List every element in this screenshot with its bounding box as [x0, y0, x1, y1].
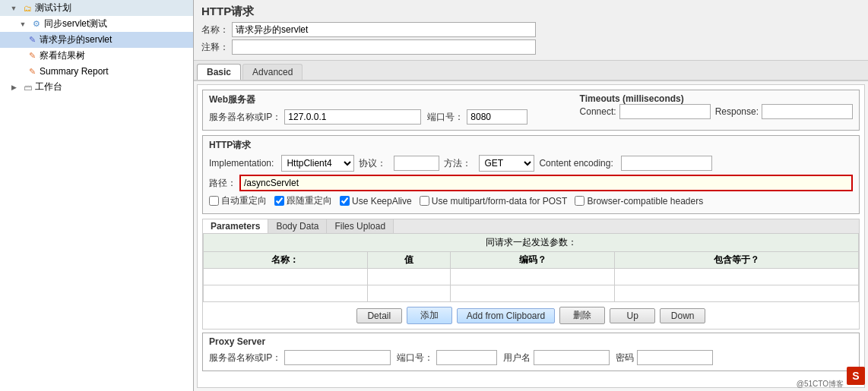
- table-row: [204, 269, 859, 285]
- proxy-title: Proxy Server: [209, 336, 853, 347]
- web-server-section: Web服务器 服务器名称或IP： 端口号： Timeouts (millisec…: [202, 90, 860, 131]
- sidebar-item-workbench[interactable]: ▶ 🗃 工作台: [0, 79, 193, 95]
- inner-tab-files-upload[interactable]: Files Upload: [327, 219, 394, 233]
- params-table-title: 同请求一起发送参数：: [203, 233, 859, 251]
- params-table: 名称： 值 编码？ 包含等于？: [203, 251, 859, 302]
- connect-input[interactable]: [619, 104, 711, 119]
- sidebar-item-servlet-label: 同步servlet测试: [44, 17, 107, 30]
- sidebar-item-results-label: 察看结果树: [40, 49, 85, 62]
- follow-redirect-input[interactable]: [274, 196, 284, 206]
- sidebar-item-results[interactable]: ✎ 察看结果树: [0, 48, 193, 64]
- impl-label: Implementation:: [209, 158, 274, 169]
- keepalive-checkbox[interactable]: Use KeepAlive: [340, 196, 412, 207]
- s-logo: S: [847, 367, 865, 385]
- multipart-input[interactable]: [420, 196, 429, 206]
- http-request-title: HTTP请求: [209, 139, 853, 152]
- action-buttons: Detail 添加 Add from Clipboard 删除 Up Down: [203, 302, 859, 329]
- report-icon: ✎: [26, 65, 38, 77]
- tab-basic[interactable]: Basic: [197, 64, 241, 80]
- multipart-checkbox[interactable]: Use multipart/form-data for POST: [420, 196, 568, 207]
- inner-tab-parameters[interactable]: Parameters: [203, 219, 268, 233]
- port-label: 端口号：: [427, 111, 464, 124]
- browser-compat-label: Browser-compatible headers: [587, 196, 703, 207]
- follow-redirect-checkbox[interactable]: 跟随重定向: [274, 194, 332, 207]
- name-input[interactable]: [232, 22, 536, 37]
- sidebar-item-workbench-label: 工作台: [35, 80, 62, 93]
- add-clipboard-button[interactable]: Add from Clipboard: [457, 308, 555, 323]
- sidebar-item-request-label: 请求异步的servlet: [40, 33, 112, 46]
- main-content: HTTP请求 名称： 注释： Basic Advanced Web服务器: [194, 0, 868, 391]
- request-icon: ✎: [26, 34, 38, 46]
- auto-redirect-label: 自动重定向: [221, 194, 267, 207]
- proxy-row: 服务器名称或IP： 端口号： 用户名 密码: [209, 350, 853, 365]
- proxy-section: Proxy Server 服务器名称或IP： 端口号： 用户名 密码: [202, 333, 860, 371]
- proxy-pass-input[interactable]: [637, 350, 713, 365]
- col-include: 包含等于？: [614, 252, 858, 269]
- col-value: 值: [367, 252, 451, 269]
- response-label: Response:: [715, 106, 759, 117]
- panel-header: HTTP请求 名称： 注释：: [194, 0, 868, 61]
- tab-advanced[interactable]: Advanced: [242, 64, 303, 80]
- path-input[interactable]: [239, 175, 853, 191]
- method-label: 方法：: [444, 157, 471, 170]
- protocol-input[interactable]: [394, 156, 439, 171]
- encoding-label: Content encoding:: [539, 158, 613, 169]
- table-row: [204, 285, 859, 302]
- name-row: 名称：: [201, 22, 860, 37]
- sidebar-item-plan-label: 测试计划: [35, 2, 71, 14]
- expand-icon-2: ▼: [17, 18, 29, 30]
- server-label: 服务器名称或IP：: [209, 111, 281, 124]
- tabs-bar: Basic Advanced: [194, 61, 868, 81]
- sidebar-item-report-label: Summary Report: [40, 66, 109, 77]
- servlet-group-icon: ⚙: [30, 18, 43, 30]
- watermark: @51CTO博客: [797, 379, 844, 389]
- timeouts-title: Timeouts (milliseconds): [580, 93, 850, 104]
- server-input[interactable]: [284, 109, 421, 125]
- sidebar-item-request[interactable]: ✎ 请求异步的servlet: [0, 32, 193, 48]
- proxy-server-input[interactable]: [284, 350, 391, 365]
- impl-select[interactable]: HttpClient4 HttpClient3.1 Java: [281, 155, 354, 172]
- web-server-title: Web服务器: [209, 93, 527, 106]
- sidebar-item-report[interactable]: ✎ Summary Report: [0, 64, 193, 79]
- delete-button[interactable]: 删除: [559, 307, 605, 324]
- follow-redirect-label: 跟随重定向: [287, 194, 332, 207]
- path-row: 路径：: [209, 175, 853, 191]
- params-container: 同请求一起发送参数： 名称： 值 编码？ 包含等于？: [202, 233, 860, 330]
- method-select[interactable]: GET POST PUT DELETE: [479, 155, 534, 172]
- comment-input[interactable]: [232, 39, 536, 55]
- col-encode: 编码？: [451, 252, 615, 269]
- auto-redirect-input[interactable]: [209, 196, 219, 206]
- keepalive-label: Use KeepAlive: [352, 196, 412, 207]
- detail-button[interactable]: Detail: [356, 308, 402, 323]
- checkboxes-row: 自动重定向 跟随重定向 Use KeepAlive Use multipart/…: [209, 194, 853, 207]
- browser-compat-input[interactable]: [575, 196, 584, 206]
- main-wrapper: HTTP请求 名称： 注释： Basic Advanced Web服务器: [194, 0, 868, 391]
- proxy-port-input[interactable]: [436, 350, 497, 365]
- sidebar-item-plan[interactable]: ▼ 🗂 测试计划: [0, 0, 193, 16]
- keepalive-input[interactable]: [340, 196, 350, 206]
- connect-label: Connect:: [580, 106, 616, 117]
- plan-icon: 🗂: [21, 2, 33, 14]
- browser-compat-checkbox[interactable]: Browser-compatible headers: [575, 196, 703, 207]
- down-button[interactable]: Down: [660, 308, 705, 323]
- workbench-expand-icon: ▶: [8, 81, 20, 93]
- response-input[interactable]: [762, 104, 853, 119]
- workbench-icon: 🗃: [21, 81, 33, 93]
- path-label: 路径：: [209, 177, 236, 190]
- up-button[interactable]: Up: [610, 308, 655, 323]
- panel-body: Web服务器 服务器名称或IP： 端口号： Timeouts (millisec…: [197, 84, 865, 388]
- panel-title: HTTP请求: [201, 5, 860, 19]
- auto-redirect-checkbox[interactable]: 自动重定向: [209, 194, 267, 207]
- timeouts-row: Connect: Response:: [580, 104, 853, 119]
- proxy-pass-label: 密码: [616, 352, 634, 364]
- sidebar-item-servlet-group[interactable]: ▼ ⚙ 同步servlet测试: [0, 16, 193, 32]
- inner-tab-body-data[interactable]: Body Data: [268, 219, 327, 233]
- add-button[interactable]: 添加: [407, 307, 452, 324]
- comment-row: 注释：: [201, 39, 860, 55]
- proxy-server-label: 服务器名称或IP：: [209, 352, 281, 364]
- port-input[interactable]: [467, 109, 527, 125]
- encoding-input[interactable]: [621, 156, 712, 171]
- col-name: 名称：: [204, 252, 368, 269]
- proxy-user-input[interactable]: [534, 350, 610, 365]
- sidebar: ▼ 🗂 测试计划 ▼ ⚙ 同步servlet测试 ✎ 请求异步的servlet …: [0, 0, 194, 391]
